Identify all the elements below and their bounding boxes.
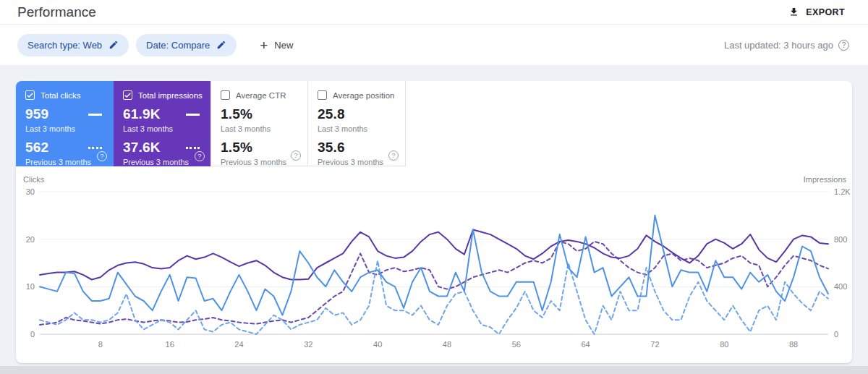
tile-primary-caption: Last 3 months bbox=[318, 124, 396, 133]
svg-text:Impressions: Impressions bbox=[804, 175, 847, 184]
checkbox-checked-icon[interactable] bbox=[123, 90, 132, 100]
last-updated-text: Last updated: 3 hours ago bbox=[724, 40, 833, 51]
svg-text:88: 88 bbox=[789, 340, 798, 349]
tile-label: Total impressions bbox=[138, 91, 203, 100]
bottom-edge-strip bbox=[0, 366, 868, 374]
top-bar: Performance EXPORT bbox=[0, 0, 868, 25]
tile-primary-value: 25.8 bbox=[318, 106, 345, 122]
last-updated: Last updated: 3 hours ago ? bbox=[724, 40, 849, 51]
tile-secondary-caption: Previous 3 months bbox=[25, 158, 105, 166]
tile-secondary-value: 1.5% bbox=[221, 140, 252, 156]
tile-secondary-caption: Previous 3 months bbox=[123, 158, 203, 166]
export-label: EXPORT bbox=[806, 7, 845, 17]
tile-secondary-caption: Previous 3 months bbox=[318, 158, 396, 166]
help-icon[interactable]: ? bbox=[195, 151, 205, 161]
svg-text:16: 16 bbox=[166, 340, 174, 349]
new-filter-label: New bbox=[274, 40, 293, 51]
tile-average-ctr[interactable]: Average CTR 1.5% Last 3 months 1.5% Prev… bbox=[210, 81, 308, 166]
svg-text:24: 24 bbox=[234, 340, 243, 349]
svg-text:30: 30 bbox=[26, 187, 35, 196]
new-filter-button[interactable]: + New bbox=[255, 38, 297, 53]
svg-text:20: 20 bbox=[26, 235, 35, 244]
metric-tiles-row: Total clicks 959 Last 3 months 562 Previ… bbox=[16, 81, 852, 166]
help-icon[interactable]: ? bbox=[838, 40, 849, 51]
help-icon[interactable]: ? bbox=[291, 150, 301, 161]
tile-primary-value: 61.9K bbox=[123, 106, 161, 122]
dashed-line-legend-icon bbox=[186, 147, 200, 149]
svg-text:1.2K: 1.2K bbox=[834, 187, 851, 196]
edit-pencil-icon[interactable] bbox=[109, 40, 119, 50]
svg-text:10: 10 bbox=[26, 282, 35, 291]
filter-chip-search-type[interactable]: Search type: Web bbox=[17, 34, 129, 56]
tile-primary-caption: Last 3 months bbox=[123, 124, 203, 133]
tile-secondary-value: 35.6 bbox=[318, 140, 345, 156]
svg-text:400: 400 bbox=[834, 282, 847, 291]
help-icon[interactable]: ? bbox=[388, 150, 399, 161]
svg-text:800: 800 bbox=[834, 235, 847, 244]
filter-chip-label: Date: Compare bbox=[146, 40, 210, 51]
tile-primary-value: 959 bbox=[25, 106, 48, 122]
line-chart-svg[interactable]: 001040020800301.2KClicksImpressions81624… bbox=[16, 174, 852, 356]
tile-secondary-value: 562 bbox=[25, 140, 48, 156]
dashed-line-legend-icon bbox=[88, 147, 102, 149]
tile-secondary-value: 37.6K bbox=[123, 140, 161, 156]
tile-label: Average CTR bbox=[236, 91, 286, 100]
tile-label: Average position bbox=[333, 91, 394, 100]
solid-line-legend-icon bbox=[186, 114, 200, 116]
solid-line-legend-icon bbox=[88, 114, 102, 116]
svg-text:Clicks: Clicks bbox=[23, 175, 45, 184]
performance-panel: Total clicks 959 Last 3 months 562 Previ… bbox=[16, 81, 852, 363]
tile-primary-caption: Last 3 months bbox=[25, 124, 105, 133]
tile-average-position[interactable]: Average position 25.8 Last 3 months 35.6… bbox=[308, 81, 406, 166]
filter-chip-label: Search type: Web bbox=[27, 40, 102, 51]
svg-text:56: 56 bbox=[512, 340, 521, 349]
help-icon[interactable]: ? bbox=[97, 151, 107, 161]
page-title: Performance bbox=[17, 4, 96, 20]
svg-text:40: 40 bbox=[373, 340, 382, 349]
edit-pencil-icon[interactable] bbox=[216, 40, 226, 50]
svg-text:8: 8 bbox=[98, 340, 103, 349]
tile-secondary-caption: Previous 3 months bbox=[221, 158, 299, 166]
svg-text:0: 0 bbox=[834, 330, 838, 339]
svg-text:0: 0 bbox=[30, 330, 35, 339]
tile-primary-value: 1.5% bbox=[221, 106, 252, 122]
svg-text:64: 64 bbox=[581, 340, 590, 349]
svg-text:80: 80 bbox=[720, 340, 728, 349]
export-button[interactable]: EXPORT bbox=[784, 6, 849, 18]
tile-primary-caption: Last 3 months bbox=[221, 124, 299, 133]
filter-bar: Search type: Web Date: Compare + New Las… bbox=[0, 25, 868, 65]
download-icon bbox=[788, 7, 799, 17]
svg-text:32: 32 bbox=[304, 340, 312, 349]
checkbox-checked-icon[interactable] bbox=[25, 90, 35, 100]
svg-text:72: 72 bbox=[650, 340, 659, 349]
tile-total-clicks[interactable]: Total clicks 959 Last 3 months 562 Previ… bbox=[16, 81, 114, 166]
performance-chart[interactable]: 001040020800301.2KClicksImpressions81624… bbox=[16, 166, 852, 359]
svg-text:48: 48 bbox=[443, 340, 451, 349]
checkbox-unchecked-icon[interactable] bbox=[318, 90, 327, 100]
tile-label: Total clicks bbox=[41, 91, 81, 100]
checkbox-unchecked-icon[interactable] bbox=[221, 90, 230, 100]
main-content: Total clicks 959 Last 3 months 562 Previ… bbox=[0, 65, 868, 363]
plus-icon: + bbox=[260, 38, 268, 52]
filter-chip-date-compare[interactable]: Date: Compare bbox=[136, 34, 237, 56]
tile-total-impressions[interactable]: Total impressions 61.9K Last 3 months 37… bbox=[114, 81, 211, 166]
